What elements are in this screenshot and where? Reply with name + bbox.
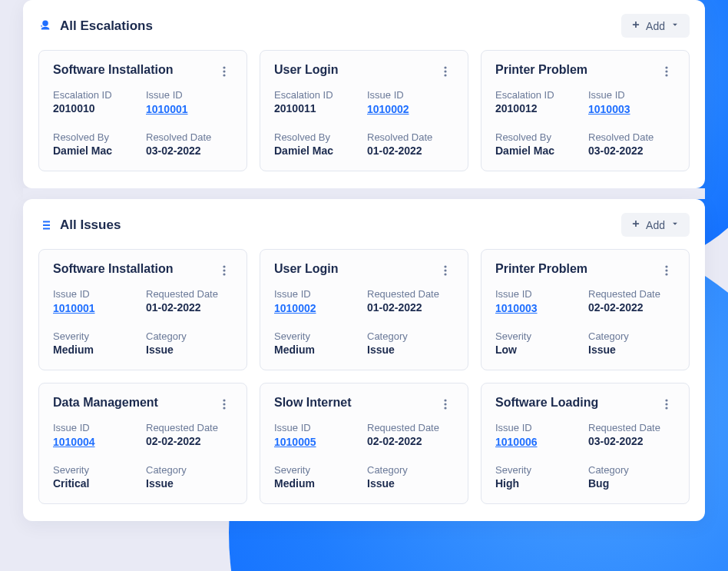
category-value: Issue <box>367 477 454 490</box>
category-label: Category <box>367 464 454 476</box>
svg-point-26 <box>665 407 667 409</box>
issue-card-title: User Login <box>274 262 339 276</box>
issue-card-title: Data Management <box>53 396 158 410</box>
category-label: Category <box>588 464 675 476</box>
escalations-title: All Escalations <box>60 18 153 34</box>
issues-panel: All Issues Add Software Installation Iss… <box>23 199 705 521</box>
issue-card-title: Slow Internet <box>274 396 351 410</box>
card-menu-button[interactable] <box>658 63 675 80</box>
issue-id-link[interactable]: 1010006 <box>495 436 538 448</box>
svg-point-25 <box>665 403 667 405</box>
issue-id-label: Issue ID <box>274 422 361 433</box>
svg-point-15 <box>665 265 667 267</box>
card-menu-button[interactable] <box>437 63 454 80</box>
issue-card-title: Software Loading <box>495 396 598 410</box>
issues-title: All Issues <box>60 217 121 233</box>
escalations-header: All Escalations Add <box>38 14 690 38</box>
requested-date-value: 02-02-2022 <box>588 301 675 314</box>
issue-id-label: Issue ID <box>274 288 361 300</box>
issue-cards-grid: Software Installation Issue ID 1010001 R… <box>38 249 690 504</box>
requested-date-value: 01-02-2022 <box>146 301 233 314</box>
issue-card: Printer Problem Issue ID 1010003 Request… <box>481 249 690 370</box>
issue-card: Software Installation Issue ID 1010001 R… <box>38 249 247 370</box>
escalation-cards-grid: Software Installation Escalation ID 2010… <box>38 50 690 171</box>
issues-header: All Issues Add <box>38 213 690 237</box>
card-menu-button[interactable] <box>658 262 675 279</box>
resolved-by-label: Resolved By <box>274 131 361 143</box>
svg-point-9 <box>223 265 225 267</box>
escalation-id-value: 2010012 <box>495 102 582 115</box>
escalation-id-label: Escalation ID <box>274 89 361 101</box>
svg-point-18 <box>223 399 225 401</box>
issue-id-link[interactable]: 1010002 <box>367 103 409 115</box>
requested-date-label: Requested Date <box>146 422 233 433</box>
severity-label: Severity <box>53 330 140 342</box>
issue-id-label: Issue ID <box>53 422 140 433</box>
add-escalation-button[interactable]: Add <box>621 14 690 38</box>
svg-point-8 <box>665 74 667 76</box>
add-issue-button[interactable]: Add <box>621 213 690 237</box>
resolved-date-value: 03-02-2022 <box>146 144 233 157</box>
card-menu-button[interactable] <box>437 396 454 413</box>
escalation-card: Software Installation Escalation ID 2010… <box>38 50 247 171</box>
category-label: Category <box>146 330 233 342</box>
issue-card-title: Printer Problem <box>495 262 587 276</box>
svg-point-19 <box>223 403 225 405</box>
issue-id-label: Issue ID <box>367 89 454 101</box>
svg-point-20 <box>223 407 225 409</box>
resolved-by-value: Damiel Mac <box>274 144 361 157</box>
issue-id-link[interactable]: 1010004 <box>53 436 95 448</box>
issue-id-label: Issue ID <box>495 288 582 300</box>
issue-id-link[interactable]: 1010005 <box>274 436 316 448</box>
category-value: Issue <box>367 344 454 356</box>
escalation-card-title: User Login <box>274 63 339 77</box>
page: All Escalations Add Software Installatio… <box>0 0 728 544</box>
resolved-by-value: Damiel Mac <box>495 144 582 157</box>
requested-date-value: 02-02-2022 <box>367 435 454 447</box>
card-menu-button[interactable] <box>437 262 454 279</box>
resolved-date-value: 01-02-2022 <box>367 144 454 157</box>
issue-card: Software Loading Issue ID 1010006 Reques… <box>481 383 690 504</box>
escalation-id-label: Escalation ID <box>53 89 140 101</box>
requested-date-value: 01-02-2022 <box>367 301 454 314</box>
plus-icon <box>630 218 641 231</box>
escalation-card-title: Printer Problem <box>495 63 587 77</box>
category-label: Category <box>146 464 233 476</box>
svg-point-1 <box>223 70 225 72</box>
issue-card-title: Software Installation <box>53 262 173 276</box>
issue-card: User Login Issue ID 1010002 Requested Da… <box>260 249 468 370</box>
requested-date-label: Requested Date <box>367 288 454 300</box>
resolved-date-label: Resolved Date <box>146 131 233 143</box>
card-menu-button[interactable] <box>216 396 233 413</box>
plus-icon <box>630 19 641 32</box>
escalation-card: Printer Problem Escalation ID 2010012 Is… <box>481 50 690 171</box>
escalation-icon <box>38 19 52 33</box>
card-menu-button[interactable] <box>658 396 675 413</box>
add-escalation-label: Add <box>646 20 665 32</box>
requested-date-label: Requested Date <box>146 288 233 300</box>
severity-label: Severity <box>274 330 361 342</box>
severity-value: Medium <box>53 344 140 356</box>
svg-point-6 <box>665 66 667 68</box>
issue-card: Slow Internet Issue ID 1010005 Requested… <box>260 383 468 504</box>
issue-id-link[interactable]: 1010003 <box>495 302 538 314</box>
issue-id-link[interactable]: 1010001 <box>146 103 188 115</box>
issue-id-link[interactable]: 1010001 <box>53 302 95 314</box>
svg-point-23 <box>444 407 446 409</box>
category-value: Issue <box>146 344 233 356</box>
requested-date-label: Requested Date <box>367 422 454 433</box>
resolved-date-value: 03-02-2022 <box>588 144 675 157</box>
severity-label: Severity <box>495 330 582 342</box>
requested-date-value: 03-02-2022 <box>588 435 675 447</box>
card-menu-button[interactable] <box>216 262 233 279</box>
escalation-id-value: 2010011 <box>274 102 361 115</box>
resolved-date-label: Resolved Date <box>367 131 454 143</box>
issue-id-link[interactable]: 1010002 <box>274 302 316 314</box>
svg-point-7 <box>665 70 667 72</box>
svg-point-3 <box>444 66 446 68</box>
svg-point-0 <box>223 66 225 68</box>
issue-id-label: Issue ID <box>53 288 140 300</box>
card-menu-button[interactable] <box>216 63 233 80</box>
issue-id-link[interactable]: 1010003 <box>588 103 630 115</box>
svg-point-24 <box>665 399 667 401</box>
